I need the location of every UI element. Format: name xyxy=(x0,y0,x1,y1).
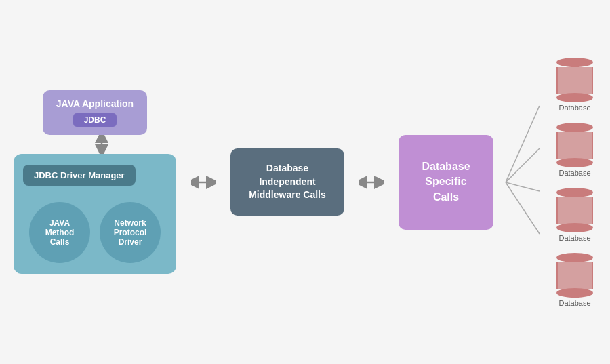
arrow-down xyxy=(80,135,110,154)
cyl-label-2: Database xyxy=(558,169,590,177)
jdbc-driver-manager-box: JDBC Driver Manager xyxy=(23,165,136,186)
db-row-4: Database xyxy=(553,253,596,307)
cyl-label-1: Database xyxy=(558,104,590,112)
db-specific-box: Database Specific Calls xyxy=(399,135,493,230)
svg-line-9 xyxy=(506,106,540,182)
db-row-1: Database xyxy=(553,58,596,112)
jdbc-outer-box: JDBC Driver Manager JAVA Method Calls Ne… xyxy=(14,154,176,274)
cylinder-2: Database xyxy=(553,123,596,177)
cyl-bottom-2 xyxy=(556,158,593,167)
arrow-middleware-to-dbspecific xyxy=(357,174,386,190)
cyl-bottom-1 xyxy=(556,93,593,102)
cyl-label-4: Database xyxy=(558,299,590,307)
java-method-circle: JAVA Method Calls xyxy=(29,202,90,263)
jdbc-badge: JDBC xyxy=(73,113,117,127)
cyl-body-4 xyxy=(556,262,593,289)
cyl-label-3: Database xyxy=(558,234,590,242)
cyl-bottom-3 xyxy=(556,223,593,232)
cyl-body-2 xyxy=(556,132,593,159)
db-specific-label: Database Specific Calls xyxy=(411,159,481,205)
cyl-body-1 xyxy=(556,67,593,94)
cyl-top-1 xyxy=(556,58,593,67)
inner-circles: JAVA Method Calls Network Protocol Drive… xyxy=(23,202,167,263)
svg-line-10 xyxy=(506,148,540,182)
cyl-top-2 xyxy=(556,123,593,132)
connection-lines xyxy=(506,81,546,284)
cylinder-1: Database xyxy=(553,58,596,112)
cylinder-4: Database xyxy=(553,253,596,307)
network-protocol-circle: Network Protocol Driver xyxy=(100,202,161,263)
db-row-2: Database xyxy=(553,123,596,177)
arrow-left-to-middleware xyxy=(188,174,218,190)
cyl-top-3 xyxy=(556,188,593,197)
cylinder-3: Database xyxy=(553,188,596,242)
db-row-3: Database xyxy=(553,188,596,242)
middleware-box: Database Independent Middleware Calls xyxy=(230,148,344,216)
cyl-top-4 xyxy=(556,253,593,262)
databases-area: Database Database Database xyxy=(506,52,596,312)
java-app-title: JAVA Application xyxy=(56,98,134,109)
java-app-box: JAVA Application JDBC xyxy=(43,90,147,135)
databases-section: Database Database Database xyxy=(553,52,596,312)
cyl-body-3 xyxy=(556,197,593,224)
cyl-bottom-4 xyxy=(556,288,593,298)
left-section: JAVA Application JDBC JDBC Driver Manage… xyxy=(14,90,176,274)
middleware-label: Database Independent Middleware Calls xyxy=(249,163,326,200)
main-diagram: JAVA Application JDBC JDBC Driver Manage… xyxy=(0,39,610,326)
